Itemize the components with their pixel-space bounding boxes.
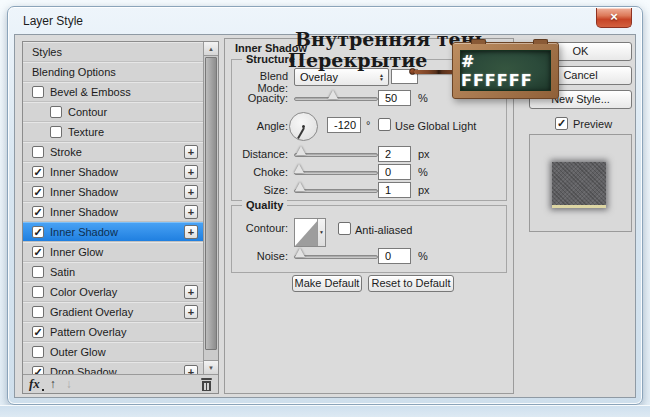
style-enabled-checkbox[interactable]: ✓ [32, 206, 44, 218]
duplicate-style-button[interactable]: + [184, 185, 198, 199]
sidebar-item-bevel-emboss[interactable]: Bevel & Emboss [23, 82, 203, 102]
style-enabled-checkbox[interactable]: ✓ [32, 246, 44, 258]
duplicate-style-button[interactable]: + [184, 285, 198, 299]
duplicate-style-button[interactable]: + [184, 225, 198, 239]
style-enabled-checkbox[interactable] [50, 106, 62, 118]
distance-row: Distance: px [232, 146, 506, 164]
size-input[interactable] [378, 182, 411, 198]
sidebar-item-inner-shadow[interactable]: ✓Inner Shadow+ [23, 162, 203, 182]
fx-menu-icon[interactable]: fx [29, 376, 40, 392]
choke-slider[interactable] [294, 171, 378, 175]
slider-thumb[interactable] [294, 164, 304, 173]
contour-dropdown-icon[interactable]: ▼ [317, 219, 325, 246]
quality-group: Quality Contour: ▼ Anti-aliased Noise: % [231, 205, 507, 273]
use-global-light-checkbox[interactable] [378, 118, 391, 131]
choke-input[interactable] [378, 164, 411, 180]
style-enabled-checkbox[interactable] [32, 146, 44, 158]
style-enabled-checkbox[interactable] [32, 286, 44, 298]
contour-picker[interactable]: ▼ [294, 218, 326, 247]
noise-input[interactable] [378, 248, 411, 264]
noise-slider[interactable] [294, 255, 378, 259]
size-slider[interactable] [294, 189, 378, 193]
distance-input[interactable] [378, 146, 411, 162]
sidebar-item-label: Gradient Overlay [50, 306, 133, 318]
slider-thumb[interactable] [328, 90, 338, 99]
style-enabled-checkbox[interactable] [32, 266, 44, 278]
angle-unit: ° [366, 119, 370, 131]
angle-needle-icon [297, 127, 305, 138]
noise-label: Noise: [232, 250, 288, 262]
make-default-button[interactable]: Make Default [292, 275, 362, 292]
sidebar-item-inner-shadow[interactable]: ✓Inner Shadow+ [23, 222, 203, 242]
scroll-up-icon[interactable]: ▲ [204, 42, 218, 56]
size-label: Size: [232, 184, 288, 196]
angle-dial[interactable] [289, 112, 318, 141]
angle-input[interactable] [327, 117, 361, 133]
sidebar-item-label: Drop Shadow [50, 366, 117, 375]
duplicate-style-button[interactable]: + [184, 205, 198, 219]
badge-tab-icon [533, 39, 548, 44]
close-button[interactable]: × [596, 8, 632, 28]
anti-aliased-checkbox[interactable] [338, 222, 351, 235]
sidebar-item-label: Bevel & Emboss [50, 86, 131, 98]
blend-mode-select[interactable]: Overlay ▲▼ [294, 68, 389, 86]
style-enabled-checkbox[interactable]: ✓ [32, 186, 44, 198]
opacity-input[interactable] [378, 90, 411, 106]
style-enabled-checkbox[interactable]: ✓ [32, 326, 44, 338]
scrollbar-thumb[interactable] [205, 57, 217, 350]
duplicate-style-button[interactable]: + [184, 365, 198, 374]
delete-style-icon[interactable] [201, 378, 212, 391]
sidebar-item-label: Stroke [50, 146, 82, 158]
sidebar-item-label: Color Overlay [50, 286, 117, 298]
scroll-down-icon[interactable]: ▼ [204, 360, 218, 374]
duplicate-style-button[interactable]: + [184, 165, 198, 179]
sidebar-item-label: Blending Options [32, 66, 116, 78]
sidebar-item-stroke[interactable]: Stroke+ [23, 142, 203, 162]
sidebar-item-inner-shadow[interactable]: ✓Inner Shadow+ [23, 182, 203, 202]
use-global-light-label: Use Global Light [395, 120, 476, 132]
slider-thumb[interactable] [296, 146, 306, 155]
sidebar-item-label: Outer Glow [50, 346, 106, 358]
style-enabled-checkbox[interactable]: ✓ [32, 166, 44, 178]
style-enabled-checkbox[interactable]: ✓ [32, 366, 44, 375]
opacity-label: Opacity: [232, 92, 288, 104]
preview-checkbox[interactable]: ✓ [555, 117, 568, 130]
sidebar-item-label: Satin [50, 266, 75, 278]
move-down-icon[interactable]: ↓ [66, 378, 72, 390]
opacity-slider[interactable] [294, 97, 378, 101]
badge-tab-icon [471, 39, 486, 44]
duplicate-style-button[interactable]: + [184, 145, 198, 159]
sidebar-item-outer-glow[interactable]: Outer Glow [23, 342, 203, 362]
sidebar-item-drop-shadow[interactable]: ✓Drop Shadow+ [23, 362, 203, 374]
slider-thumb[interactable] [295, 182, 305, 191]
sidebar-item-texture[interactable]: Texture [23, 122, 203, 142]
style-enabled-checkbox[interactable] [32, 346, 44, 358]
styles-sidebar: StylesBlending OptionsBevel & EmbossCont… [22, 41, 219, 394]
duplicate-style-button[interactable]: + [184, 305, 198, 319]
sidebar-item-inner-glow[interactable]: ✓Inner Glow [23, 242, 203, 262]
slider-thumb[interactable] [295, 248, 305, 257]
style-enabled-checkbox[interactable] [32, 86, 44, 98]
distance-slider[interactable] [294, 153, 378, 157]
sidebar-item-label: Inner Shadow [50, 186, 118, 198]
anti-aliased-label: Anti-aliased [355, 224, 412, 236]
style-preview-thumbnail [552, 162, 606, 208]
angle-label: Angle: [232, 120, 288, 132]
move-up-icon[interactable]: ↑ [50, 378, 56, 390]
sidebar-item-contour[interactable]: Contour [23, 102, 203, 122]
sidebar-item-gradient-overlay[interactable]: Gradient Overlay+ [23, 302, 203, 322]
style-enabled-checkbox[interactable]: ✓ [32, 226, 44, 238]
sidebar-item-label: Styles [32, 46, 62, 58]
reset-to-default-button[interactable]: Reset to Default [368, 275, 454, 292]
sidebar-item-pattern-overlay[interactable]: ✓Pattern Overlay [23, 322, 203, 342]
title-bar[interactable]: Layer Style × [8, 7, 642, 34]
preview-panel [529, 134, 632, 232]
style-enabled-checkbox[interactable] [32, 306, 44, 318]
sidebar-scrollbar[interactable]: ▲ ▼ [203, 42, 218, 374]
style-enabled-checkbox[interactable] [50, 126, 62, 138]
sidebar-item-styles[interactable]: Styles [23, 42, 203, 62]
sidebar-item-color-overlay[interactable]: Color Overlay+ [23, 282, 203, 302]
sidebar-item-inner-shadow[interactable]: ✓Inner Shadow+ [23, 202, 203, 222]
sidebar-item-satin[interactable]: Satin [23, 262, 203, 282]
sidebar-item-blending-options[interactable]: Blending Options [23, 62, 203, 82]
